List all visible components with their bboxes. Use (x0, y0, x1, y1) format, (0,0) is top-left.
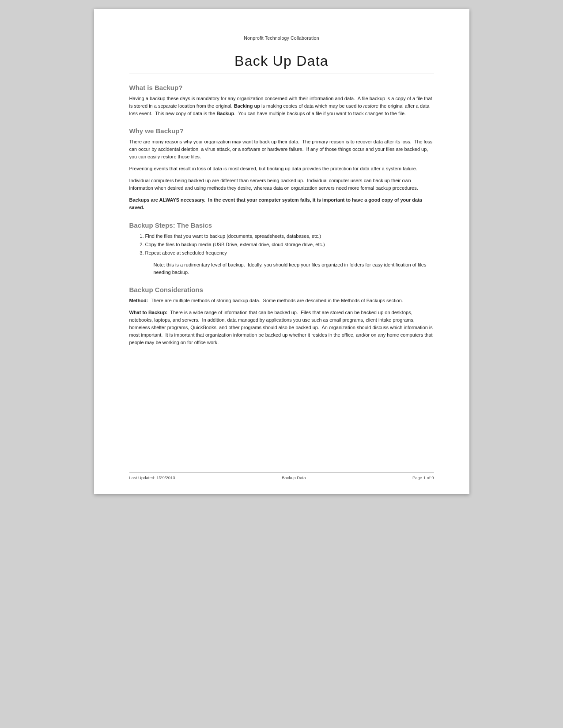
section-heading-backup-steps: Backup Steps: The Basics (129, 221, 434, 229)
section-why-backup: Why we Backup? There are many reasons wh… (129, 127, 434, 211)
why-backup-para1: There are many reasons why your organiza… (129, 138, 434, 161)
list-item: Repeat above at scheduled frequency (145, 249, 434, 257)
title-divider (129, 74, 434, 74)
org-name: Nonprofit Technology Collaboration (129, 35, 434, 41)
list-item: Copy the files to backup media (USB Driv… (145, 241, 434, 248)
backup-considerations-method: Method: There are multiple methods of st… (129, 297, 434, 304)
footer-center: Backup Data (282, 475, 306, 480)
why-backup-emphasis: Backups are ALWAYS necessary. In the eve… (129, 196, 434, 211)
doc-title: Back Up Data (129, 53, 434, 69)
document-page: Nonprofit Technology Collaboration Back … (94, 9, 469, 494)
section-heading-why-backup: Why we Backup? (129, 127, 434, 135)
section-backup-considerations: Backup Considerations Method: There are … (129, 286, 434, 346)
backup-steps-list: Find the files that you want to backup (… (145, 233, 434, 257)
why-backup-para3: Individual computers being backed up are… (129, 177, 434, 192)
list-note: Note: this is a rudimentary level of bac… (154, 261, 434, 276)
what-is-backup-para: Having a backup these days is mandatory … (129, 95, 434, 117)
section-what-is-backup: What is Backup? Having a backup these da… (129, 84, 434, 117)
section-heading-what-is-backup: What is Backup? (129, 84, 434, 91)
why-backup-para2: Preventing events that result in loss of… (129, 165, 434, 173)
section-backup-steps: Backup Steps: The Basics Find the files … (129, 221, 434, 276)
backup-considerations-what: What to Backup: There is a wide range of… (129, 309, 434, 346)
page-footer: Last Updated: 1/29/2013 Backup Data Page… (129, 472, 434, 480)
list-item: Find the files that you want to backup (… (145, 233, 434, 240)
footer-page-info: Page 1 of 9 (412, 475, 434, 480)
section-heading-backup-considerations: Backup Considerations (129, 286, 434, 293)
footer-last-updated: Last Updated: 1/29/2013 (129, 475, 175, 480)
